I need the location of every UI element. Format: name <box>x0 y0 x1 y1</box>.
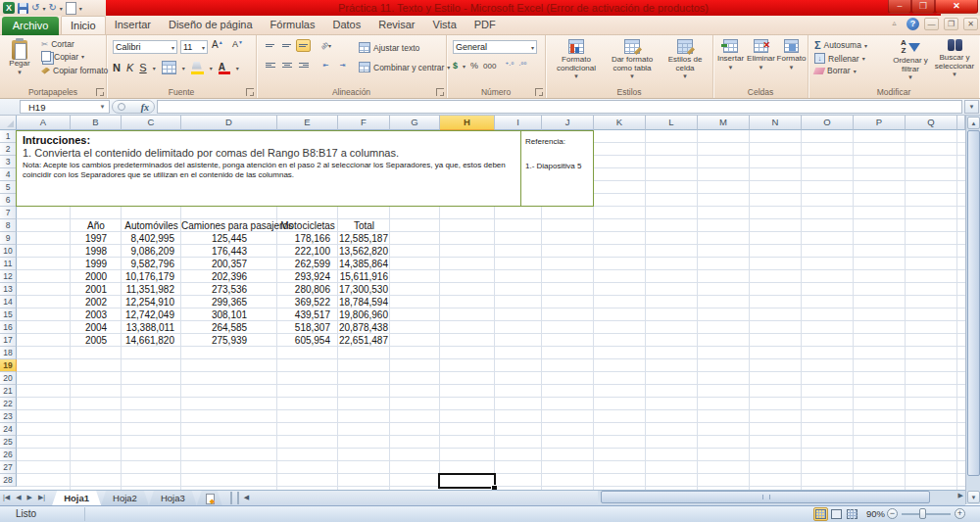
column-header-E[interactable]: E <box>277 116 338 130</box>
row-header-12[interactable]: 12 <box>0 270 17 283</box>
cell-text[interactable]: 273,536 <box>181 283 277 296</box>
cell-text[interactable]: 280,806 <box>277 283 338 296</box>
column-header-N[interactable]: N <box>750 116 802 130</box>
hscroll-left-icon[interactable]: ◀ <box>241 491 252 501</box>
merge-center-button[interactable]: Combinar y centrar▾ <box>357 61 452 73</box>
column-header-M[interactable]: M <box>698 116 750 130</box>
cell-text[interactable]: 22,651,487 <box>338 334 390 347</box>
format-painter-button[interactable]: Copiar formato <box>39 65 110 76</box>
horizontal-scrollbar[interactable]: ▶ <box>598 491 965 504</box>
select-all-corner[interactable] <box>0 116 17 130</box>
undo-icon[interactable]: ↺ <box>31 0 39 16</box>
cell-text[interactable]: 2002 <box>71 296 122 308</box>
row-header-26[interactable]: 26 <box>0 449 17 461</box>
row-header-17[interactable]: 17 <box>0 334 17 347</box>
cell-text[interactable]: 19,806,960 <box>338 308 390 321</box>
cell-text[interactable]: 1999 <box>71 258 122 270</box>
tab-revisar[interactable]: Revisar <box>369 16 423 34</box>
row-header-7[interactable]: 7 <box>0 207 17 219</box>
horizontal-scroll-thumb[interactable] <box>601 491 930 503</box>
cell-text[interactable]: 222,100 <box>277 245 338 258</box>
cell-text[interactable]: 1997 <box>71 232 122 245</box>
row-header-24[interactable]: 24 <box>0 423 17 436</box>
align-left-icon[interactable] <box>263 59 277 71</box>
redo-icon[interactable]: ↻ <box>48 0 56 16</box>
excel-logo-icon[interactable]: X <box>3 2 15 14</box>
decrease-font-icon[interactable]: A▼ <box>232 39 243 49</box>
row-header-4[interactable]: 4 <box>0 168 17 181</box>
cell-text[interactable]: 2003 <box>71 308 122 321</box>
column-header-B[interactable]: B <box>71 116 122 130</box>
row-header-19[interactable]: 19 <box>0 359 17 372</box>
scroll-down-icon[interactable]: ▼ <box>967 491 980 503</box>
restore-button[interactable]: ❐ <box>911 0 935 14</box>
row-header-18[interactable]: 18 <box>0 347 17 359</box>
new-document-icon[interactable] <box>66 2 76 15</box>
cell-text[interactable]: 202,396 <box>181 270 277 283</box>
row-header-28[interactable]: 28 <box>0 474 17 487</box>
paste-button[interactable]: Pegar▼ <box>3 37 36 88</box>
row-header-20[interactable]: 20 <box>0 372 17 385</box>
undo-dropdown-icon[interactable]: ▾ <box>42 5 45 12</box>
wrap-text-button[interactable]: Ajustar texto <box>357 41 421 54</box>
autosum-button[interactable]: ΣAutosuma▾ <box>812 38 869 52</box>
zoom-slider-track[interactable] <box>902 513 951 515</box>
cell-text[interactable]: Total <box>338 219 390 232</box>
cell-text[interactable]: 1998 <box>71 245 122 258</box>
copy-button[interactable]: Copiar▾ <box>39 50 110 63</box>
row-header-3[interactable]: 3 <box>0 156 17 168</box>
column-header-P[interactable]: P <box>854 116 906 130</box>
prev-sheet-icon[interactable]: ◀ <box>13 491 24 501</box>
cell-text[interactable]: 262,599 <box>277 258 338 270</box>
insert-function-button[interactable]: fx <box>112 100 155 114</box>
sheet-tab-hoja2[interactable]: Hoja2 <box>101 491 149 505</box>
row-header-6[interactable]: 6 <box>0 194 17 207</box>
format-as-table-button[interactable]: Dar formato como tabla▼ <box>605 36 660 81</box>
align-middle-icon[interactable] <box>279 39 294 52</box>
sort-filter-button[interactable]: AZ Ordenar y filtrar▼ <box>889 36 932 82</box>
minimize-button[interactable]: – <box>888 0 911 14</box>
align-top-icon[interactable] <box>263 39 277 52</box>
help-icon[interactable]: ? <box>906 18 919 30</box>
cell-text[interactable]: 13,388,011 <box>122 321 181 334</box>
cut-button[interactable]: ✂Cortar <box>39 38 110 50</box>
bold-button[interactable]: N <box>113 62 121 73</box>
column-header-G[interactable]: G <box>390 116 440 130</box>
zoom-slider-thumb[interactable] <box>919 508 926 519</box>
cell-text[interactable]: 18,784,594 <box>338 296 390 308</box>
minimize-window-icon[interactable]: — <box>924 18 939 30</box>
expand-formula-bar-icon[interactable]: ▼ <box>964 100 979 114</box>
cell-text[interactable]: 13,562,820 <box>338 245 390 258</box>
cell-text[interactable]: 12,742,049 <box>122 308 181 321</box>
row-header-23[interactable]: 23 <box>0 410 17 423</box>
cell-text[interactable]: 11,351,982 <box>122 283 181 296</box>
delete-cells-button[interactable]: ✕ Eliminar▼ <box>746 36 776 71</box>
sheet-tab-hoja3[interactable]: Hoja3 <box>149 491 197 505</box>
row-header-13[interactable]: 13 <box>0 283 17 296</box>
cell-text[interactable]: 369,522 <box>277 296 338 308</box>
clear-button[interactable]: Borrar▾ <box>812 65 869 76</box>
cell-text[interactable]: 2004 <box>71 321 122 334</box>
cell-text[interactable]: 8,402,995 <box>122 232 181 245</box>
comma-style-icon[interactable]: 000 <box>483 62 496 71</box>
selection-box[interactable] <box>438 473 496 489</box>
increase-decimal-icon[interactable]: ⁺·⁰ <box>505 62 514 70</box>
sheet-tab-hoja1[interactable]: Hoja1 <box>52 491 101 505</box>
portapapeles-dialog-launcher[interactable] <box>96 88 104 96</box>
borders-dropdown-icon[interactable]: ▾ <box>182 65 185 71</box>
column-header-A[interactable]: A <box>17 116 71 130</box>
cell-text[interactable]: 308,101 <box>181 308 277 321</box>
cell-text[interactable]: Motocicletas <box>277 219 338 232</box>
row-header-11[interactable]: 11 <box>0 258 17 270</box>
align-bottom-icon[interactable] <box>296 39 311 52</box>
row-header-27[interactable]: 27 <box>0 461 17 474</box>
cell-text[interactable]: Automóviles <box>122 219 181 232</box>
normal-view-icon[interactable] <box>813 507 828 521</box>
row-header-8[interactable]: 8 <box>0 219 17 232</box>
increase-font-icon[interactable]: A▲ <box>212 39 223 50</box>
vertical-scroll-thumb[interactable] <box>967 130 980 476</box>
row-header-22[interactable]: 22 <box>0 398 17 410</box>
column-header-F[interactable]: F <box>338 116 390 130</box>
tab-pdf[interactable]: PDF <box>466 16 505 34</box>
cell-text[interactable]: 2005 <box>71 334 122 347</box>
